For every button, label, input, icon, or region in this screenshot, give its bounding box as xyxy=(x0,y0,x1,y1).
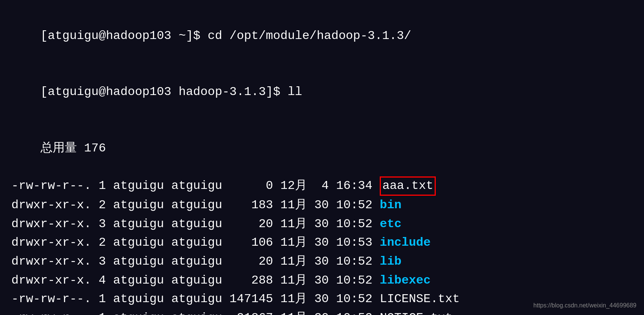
file-name-6: LICENSE.txt xyxy=(380,292,460,306)
command-line-1: [atguigu@hadoop103 ~]$ cd /opt/module/ha… xyxy=(11,8,633,64)
file-meta-0: -rw-rw-r--. 1 atguigu atguigu 0 12月 4 16… xyxy=(11,179,380,193)
file-name-1: bin xyxy=(380,198,402,212)
file-meta-7: -rw-rw-r--. 1 atguigu atguigu 21867 11月 … xyxy=(11,311,380,315)
prompt-2: [atguigu@hadoop103 hadoop-3.1.3]$ xyxy=(41,85,288,99)
total-line: 总用量 176 xyxy=(11,120,633,177)
prompt-1: [atguigu@hadoop103 ~]$ xyxy=(41,29,208,43)
file-entry-5: drwxr-xr-x. 4 atguigu atguigu 288 11月 30… xyxy=(11,271,633,290)
file-entry-3: drwxr-xr-x. 2 atguigu atguigu 106 11月 30… xyxy=(11,233,633,252)
file-name-3: include xyxy=(380,235,430,250)
watermark: https://blog.csdn.net/weixin_44699689 xyxy=(533,301,636,310)
file-meta-3: drwxr-xr-x. 2 atguigu atguigu 106 11月 30… xyxy=(11,235,380,250)
file-meta-1: drwxr-xr-x. 2 atguigu atguigu 183 11月 30… xyxy=(11,198,380,212)
command-1: cd /opt/module/hadoop-3.1.3/ xyxy=(207,29,411,43)
terminal-window: [atguigu@hadoop103 ~]$ cd /opt/module/ha… xyxy=(0,0,644,315)
file-meta-2: drwxr-xr-x. 3 atguigu atguigu 20 11月 30 … xyxy=(11,217,380,231)
file-entry-0: -rw-rw-r--. 1 atguigu atguigu 0 12月 4 16… xyxy=(11,176,633,196)
file-meta-5: drwxr-xr-x. 4 atguigu atguigu 288 11月 30… xyxy=(11,273,380,287)
total-text: 总用量 176 xyxy=(41,141,106,155)
file-name-7: NOTICE.txt xyxy=(380,311,452,315)
file-meta-4: drwxr-xr-x. 3 atguigu atguigu 20 11月 30 … xyxy=(11,254,380,268)
command-2: ll xyxy=(288,85,302,99)
file-entry-2: drwxr-xr-x. 3 atguigu atguigu 20 11月 30 … xyxy=(11,215,633,234)
file-name-4: lib xyxy=(380,254,402,268)
file-entry-4: drwxr-xr-x. 3 atguigu atguigu 20 11月 30 … xyxy=(11,252,633,271)
command-line-2: [atguigu@hadoop103 hadoop-3.1.3]$ ll xyxy=(11,64,633,120)
file-name-2: etc xyxy=(380,217,402,231)
file-name-boxed-0: aaa.txt xyxy=(380,176,436,196)
file-name-5: libexec xyxy=(380,273,430,287)
file-meta-6: -rw-rw-r--. 1 atguigu atguigu 147145 11月… xyxy=(11,292,380,306)
file-entry-1: drwxr-xr-x. 2 atguigu atguigu 183 11月 30… xyxy=(11,196,633,215)
file-list: -rw-rw-r--. 1 atguigu atguigu 0 12月 4 16… xyxy=(11,176,633,315)
